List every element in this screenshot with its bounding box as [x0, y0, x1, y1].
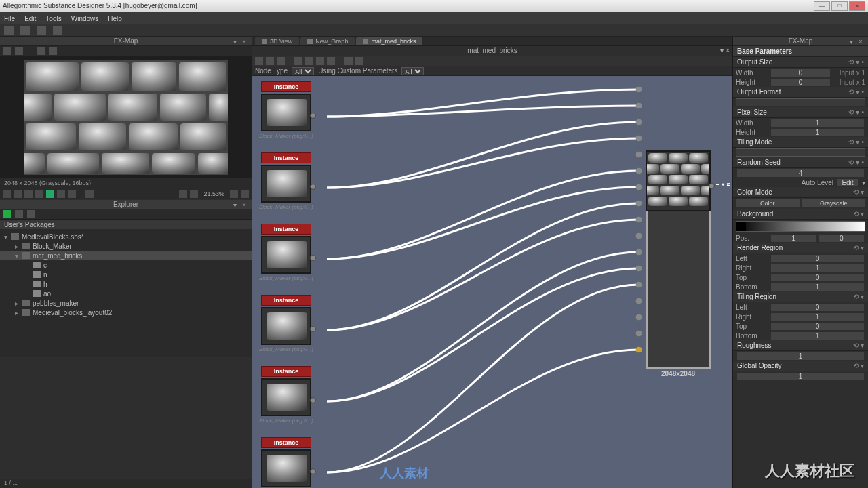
panel-close-icon[interactable]: ×: [242, 201, 249, 208]
maximize-button[interactable]: □: [831, 1, 848, 11]
roughness-row[interactable]: Roughness⟲▾: [733, 340, 868, 351]
graph-node-instance[interactable]: Instance Block_Maker (pkg://...): [259, 152, 313, 210]
menu-windows[interactable]: Windows: [71, 15, 99, 22]
tree-item[interactable]: h: [0, 279, 252, 289]
play-icon[interactable]: [3, 210, 11, 218]
panel-close-icon[interactable]: ×: [242, 38, 249, 45]
graph-node-instance[interactable]: Instance Block_Maker (pkg://...): [259, 81, 313, 139]
output-size-row[interactable]: Output Size⟲▾•: [733, 57, 868, 68]
nav-icon[interactable]: [179, 190, 187, 198]
gt-icon[interactable]: [266, 57, 274, 65]
edit-button[interactable]: Edit: [837, 179, 858, 186]
render-region-row[interactable]: Render Region⟲▾: [733, 243, 868, 253]
close-button[interactable]: ×: [849, 1, 865, 11]
gt-icon[interactable]: [355, 57, 363, 65]
tool-icon[interactable]: [15, 210, 23, 218]
pixel-size-row[interactable]: Pixel Size⟲▾•: [733, 107, 868, 118]
output-pin[interactable]: [310, 113, 316, 119]
panel-menu-icon[interactable]: ▾: [233, 201, 240, 208]
graph-tab[interactable]: 3D View: [255, 37, 299, 45]
menu-help[interactable]: Help: [108, 15, 122, 22]
pv-icon[interactable]: [3, 47, 11, 55]
graph-node-blend[interactable]: 2048x2048: [646, 149, 711, 378]
menu-file[interactable]: File: [4, 15, 15, 22]
tree-item[interactable]: ▸Block_Maker: [0, 241, 252, 251]
grayscale-button[interactable]: Grayscale: [802, 199, 866, 207]
output-pin[interactable]: [709, 183, 715, 189]
channel-button[interactable]: [35, 190, 43, 198]
gradient-editor[interactable]: [736, 221, 865, 232]
output-pin[interactable]: [310, 255, 316, 261]
channel-button[interactable]: [24, 190, 33, 198]
channel-button[interactable]: [57, 190, 65, 198]
nav-icon[interactable]: [241, 190, 249, 198]
output-format-row[interactable]: Output Format⟲▾•: [733, 87, 868, 98]
open-icon[interactable]: [20, 26, 30, 35]
tiling-mode-row[interactable]: Tiling Mode⟲▾•: [733, 137, 868, 148]
menu-edit[interactable]: Edit: [24, 15, 36, 22]
custom-params-select[interactable]: All: [401, 67, 424, 75]
output-pin[interactable]: [310, 184, 316, 190]
tool-icon[interactable]: [27, 210, 35, 218]
pv-icon[interactable]: [49, 47, 57, 55]
output-format-input[interactable]: [736, 98, 865, 106]
tree-item[interactable]: ▸Medieval_blocks_layout02: [0, 308, 252, 317]
save-icon[interactable]: [37, 26, 46, 35]
graph-node-instance[interactable]: Instance Block_Maker (pkg://...): [259, 437, 313, 488]
gt-icon[interactable]: [294, 57, 302, 65]
gt-icon[interactable]: [277, 57, 285, 65]
gt-icon[interactable]: [305, 57, 313, 65]
base-params-section[interactable]: Base Parameters: [733, 46, 868, 57]
output-pin[interactable]: [310, 468, 316, 474]
pv-icon[interactable]: [15, 47, 23, 55]
tree-item[interactable]: ao: [0, 289, 252, 298]
tiling-mode-input[interactable]: [736, 148, 865, 157]
graph-node-instance[interactable]: Instance Block_Maker (pkg://...): [259, 366, 313, 424]
color-button[interactable]: Color: [736, 199, 800, 207]
channel-button[interactable]: [46, 190, 54, 198]
nav-icon[interactable]: [230, 190, 238, 198]
ps-height-value[interactable]: 1: [771, 129, 864, 136]
explorer-tree[interactable]: ▾MedievalBlocks.sbs*▸Block_Maker▾mat_med…: [0, 229, 252, 357]
dropdown-icon[interactable]: [53, 26, 62, 35]
width-value[interactable]: 0: [771, 69, 830, 77]
gt-icon[interactable]: [344, 57, 353, 65]
graph-node-instance[interactable]: Instance Block_Maker (pkg://...): [259, 295, 313, 352]
tree-item[interactable]: n: [0, 270, 252, 279]
tree-item[interactable]: ▾mat_med_bricks: [0, 251, 252, 260]
panel-menu-icon[interactable]: ▾: [850, 38, 856, 45]
graph-tab[interactable]: New_Graph: [300, 37, 355, 45]
tool-icon[interactable]: [85, 190, 94, 198]
preview-2d-view[interactable]: [0, 56, 252, 178]
channel-button[interactable]: [14, 190, 22, 198]
height-value[interactable]: 0: [771, 79, 830, 86]
gt-icon[interactable]: [327, 57, 335, 65]
random-seed-row[interactable]: Random Seed⟲▾•: [733, 157, 868, 168]
panel-close-icon[interactable]: ×: [859, 38, 865, 45]
panel-menu-icon[interactable]: ▾: [720, 46, 724, 56]
global-opacity-row[interactable]: Global Opacity⟲▾: [733, 361, 868, 371]
background-row[interactable]: Background⟲▾: [733, 209, 868, 220]
channel-button[interactable]: [68, 190, 76, 198]
output-pin[interactable]: [310, 326, 316, 332]
tiling-region-row[interactable]: Tiling Region⟲▾: [733, 291, 868, 302]
minimize-button[interactable]: —: [814, 1, 830, 11]
new-icon[interactable]: [4, 26, 14, 35]
node-type-select[interactable]: All: [292, 67, 314, 75]
tree-item[interactable]: ▸pebbles_maker: [0, 298, 252, 308]
panel-menu-icon[interactable]: ▾: [233, 38, 240, 45]
color-mode-row[interactable]: Color Mode⟲▾: [733, 187, 868, 198]
channel-button[interactable]: [3, 190, 11, 198]
pv-icon[interactable]: [37, 47, 45, 55]
menu-tools[interactable]: Tools: [45, 15, 61, 22]
output-pin[interactable]: [310, 397, 316, 403]
nav-icon[interactable]: [190, 190, 198, 198]
ps-width-value[interactable]: 1: [771, 119, 864, 127]
gt-icon[interactable]: [255, 57, 263, 65]
tree-item[interactable]: ▾MedievalBlocks.sbs*: [0, 232, 252, 241]
gt-icon[interactable]: [316, 57, 324, 65]
graph-canvas[interactable]: Instance Block_Maker (pkg://...) Instanc…: [252, 76, 732, 488]
graph-node-instance[interactable]: Instance Block_Maker (pkg://...): [259, 224, 313, 281]
graph-tab[interactable]: mat_med_bricks: [356, 37, 422, 45]
panel-close-icon[interactable]: ×: [726, 46, 730, 56]
